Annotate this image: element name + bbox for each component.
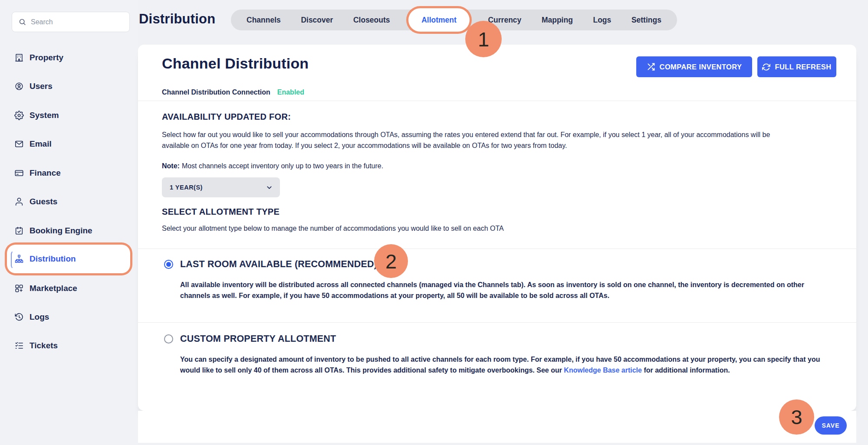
annotation-step-1: 1 xyxy=(465,21,502,57)
sidebar-item-label: Guests xyxy=(30,197,57,206)
option-label[interactable]: LAST ROOM AVAILABLE (RECOMMENDED) xyxy=(180,259,377,270)
sidebar-item-email[interactable]: Email xyxy=(0,134,138,154)
connection-status-badge: Enabled xyxy=(277,88,304,96)
knowledge-base-link[interactable]: Knowledge Base article xyxy=(564,366,642,374)
tab-mapping[interactable]: Mapping xyxy=(542,16,573,25)
user-circle-icon xyxy=(14,82,24,91)
sidebar-item-label: Marketplace xyxy=(30,284,77,293)
availability-heading: AVAILABILITY UPDATED FOR: xyxy=(162,112,291,122)
note-text: Most channels accept inventory only up t… xyxy=(182,162,383,170)
search-box[interactable] xyxy=(12,12,130,32)
option-label[interactable]: CUSTOM PROPERTY ALLOTMENT xyxy=(180,334,336,344)
calendar-check-icon xyxy=(14,226,24,236)
grid-plus-icon xyxy=(14,284,24,293)
years-dropdown-value: 1 YEAR(S) xyxy=(170,184,203,191)
sidebar-item-label: Logs xyxy=(30,312,49,322)
compare-inventory-button[interactable]: COMPARE INVENTORY xyxy=(636,56,752,77)
gear-icon xyxy=(14,111,24,120)
sidebar-item-logs[interactable]: Logs xyxy=(0,308,138,327)
connection-status-row: Channel Distribution Connection Enabled xyxy=(162,88,304,96)
radio-selected[interactable] xyxy=(164,260,173,269)
connection-label: Channel Distribution Connection xyxy=(162,88,270,96)
history-icon xyxy=(14,312,24,322)
page-title: Distribution xyxy=(139,11,215,27)
note-label: Note: xyxy=(162,162,180,170)
shuffle-icon xyxy=(647,62,655,71)
tab-discover[interactable]: Discover xyxy=(301,16,333,25)
save-button[interactable]: SAVE xyxy=(815,416,847,435)
option-last-room-available: LAST ROOM AVAILABLE (RECOMMENDED) xyxy=(164,259,377,270)
sidebar-item-distribution[interactable]: Distribution xyxy=(10,248,127,270)
panel-heading: Channel Distribution xyxy=(162,55,309,72)
sidebar-item-users[interactable]: Users xyxy=(0,77,138,96)
sidebar-item-finance[interactable]: Finance xyxy=(0,164,138,183)
option-description: You can specify a designated amount of i… xyxy=(180,354,835,376)
annotation-step-3: 3 xyxy=(779,399,814,435)
tab-settings[interactable]: Settings xyxy=(631,16,661,25)
availability-description: Select how far out you would like to sel… xyxy=(162,130,776,151)
save-footer-bar: SAVE xyxy=(138,411,856,443)
option-description: All available inventory will be distribu… xyxy=(180,279,835,301)
annotation-step-2: 2 xyxy=(374,244,408,278)
channel-distribution-panel: Channel Distribution COMPARE INVENTORY F… xyxy=(138,45,856,411)
chevron-down-icon xyxy=(266,184,273,191)
search-input[interactable] xyxy=(31,18,123,26)
allotment-heading: SELECT ALLOTMENT TYPE xyxy=(162,207,279,217)
divider xyxy=(138,249,856,249)
sidebar-item-label: Users xyxy=(30,82,53,91)
refresh-icon xyxy=(762,63,770,71)
divider xyxy=(138,322,856,323)
sitemap-icon xyxy=(14,254,24,264)
tab-logs[interactable]: Logs xyxy=(593,16,611,25)
sidebar-item-label: Booking Engine xyxy=(30,226,92,236)
building-icon xyxy=(14,53,24,62)
sidebar-item-system[interactable]: System xyxy=(0,106,138,125)
tab-bar: Channels Discover Closeouts Allotment Cu… xyxy=(231,10,677,30)
tab-closeouts[interactable]: Closeouts xyxy=(353,16,390,25)
tab-channels[interactable]: Channels xyxy=(247,16,281,25)
sidebar-item-label: Distribution xyxy=(30,254,76,264)
sidebar-item-guests[interactable]: Guests xyxy=(0,192,138,211)
envelope-icon xyxy=(14,139,24,149)
allotment-description: Select your allotment type below to mana… xyxy=(162,223,776,234)
sidebar-item-label: Tickets xyxy=(30,341,58,350)
tab-allotment[interactable]: Allotment xyxy=(410,10,468,30)
credit-card-icon xyxy=(14,168,24,178)
option-custom-property-allotment: CUSTOM PROPERTY ALLOTMENT xyxy=(164,334,336,344)
sidebar: Property Users System Email Finance Gues… xyxy=(0,0,138,445)
search-icon xyxy=(18,18,26,26)
sidebar-item-booking-engine[interactable]: Booking Engine xyxy=(0,221,138,240)
sidebar-item-marketplace[interactable]: Marketplace xyxy=(0,279,138,298)
radio-unselected[interactable] xyxy=(164,334,173,344)
sidebar-item-label: Finance xyxy=(30,168,61,178)
full-refresh-button[interactable]: FULL REFRESH xyxy=(757,56,836,77)
sidebar-item-label: Email xyxy=(30,139,52,149)
availability-note: Note:Most channels accept inventory only… xyxy=(162,162,383,170)
years-dropdown[interactable]: 1 YEAR(S) xyxy=(162,177,280,197)
sidebar-item-label: Property xyxy=(30,53,63,62)
person-icon xyxy=(14,197,24,206)
divider xyxy=(138,101,856,101)
checklist-icon xyxy=(14,341,24,350)
sidebar-item-label: System xyxy=(30,111,59,120)
sidebar-item-property[interactable]: Property xyxy=(0,48,138,67)
sidebar-item-tickets[interactable]: Tickets xyxy=(0,336,138,355)
